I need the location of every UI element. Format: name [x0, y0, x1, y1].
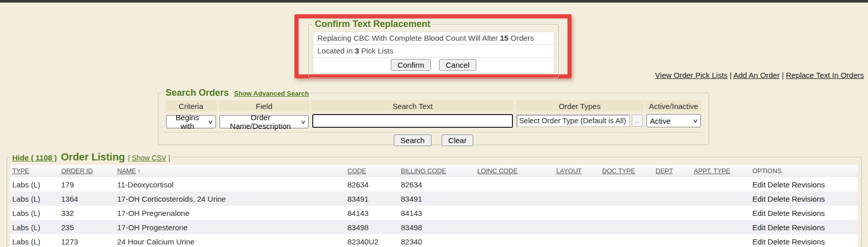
order-listing-table: TYPEORDER IDNAME↑CODEBILLING CODELOINC C… — [10, 165, 858, 247]
cell-options: EditDeleteRevisions — [750, 177, 858, 191]
cell-billing-code: 83491 — [399, 191, 475, 206]
cell-layout — [554, 177, 600, 191]
search-text-cell — [311, 113, 514, 129]
column-header-dept[interactable]: DEPT — [654, 165, 692, 177]
nav-separator: | — [727, 71, 733, 79]
cell-dept — [654, 191, 692, 206]
column-header-type[interactable]: TYPE — [10, 165, 59, 177]
cell-billing-code: 82634 — [399, 177, 475, 191]
active-inactive-select[interactable]: Active∨ — [646, 114, 701, 127]
chevron-down-icon: ∨ — [300, 119, 306, 125]
column-header-doc-type[interactable]: DOC TYPE — [600, 165, 654, 177]
cell-order-id: 1364 — [59, 191, 115, 206]
order-type-input[interactable]: Select Order Type (Default is All) — [517, 115, 630, 127]
cell-code: 83491 — [345, 191, 399, 206]
active-inactive-cell: Active∨ — [645, 113, 702, 129]
order-types-cell: Select Order Type (Default is All) ... — [516, 113, 644, 129]
edit-link[interactable]: Edit — [752, 195, 766, 203]
cell-type: Labs (L) — [10, 191, 59, 206]
revisions-link[interactable]: Revisions — [792, 180, 825, 189]
column-header-options: OPTIONS — [750, 165, 858, 177]
column-header-loinc-code[interactable]: LOINC CODE — [475, 165, 554, 177]
cell-name: 17-OH Pregnenalone — [115, 206, 345, 220]
edit-link[interactable]: Edit — [752, 237, 766, 246]
field-column-header: Field — [219, 100, 310, 112]
delete-link[interactable]: Delete — [768, 180, 790, 189]
listing-header-row: TYPEORDER IDNAME↑CODEBILLING CODELOINC C… — [10, 165, 858, 177]
search-orders-title: Search Orders — [166, 88, 229, 98]
cell-appt-type — [692, 220, 750, 234]
legend-separator: | — [128, 154, 130, 162]
revisions-link[interactable]: Revisions — [792, 223, 825, 232]
table-row: Labs (L)17911-Deoxycortisol8263482634Edi… — [10, 177, 858, 191]
top-border-bar — [0, 0, 868, 3]
confirm-dialog: Confirm Text Replacement Replacing CBC W… — [308, 19, 559, 78]
cell-doc-type — [600, 206, 654, 220]
order-type-browse-button[interactable]: ... — [632, 115, 643, 127]
hide-listing-link[interactable]: Hide ( 1108 ) — [12, 153, 57, 162]
column-header-layout[interactable]: LAYOUT — [554, 165, 600, 177]
column-header-order-id[interactable]: ORDER ID — [59, 165, 115, 177]
cell-dept — [654, 206, 692, 220]
revisions-link[interactable]: Revisions — [792, 209, 825, 217]
chevron-down-icon: ∨ — [692, 118, 698, 124]
nav-link-add-an-order[interactable]: Add An Order — [734, 71, 780, 79]
cell-appt-type — [692, 234, 750, 247]
column-header-billing-code[interactable]: BILLING CODE — [399, 165, 475, 177]
cell-appt-type — [692, 177, 750, 191]
search-divider — [164, 132, 703, 132]
delete-link[interactable]: Delete — [768, 237, 790, 246]
cell-layout — [554, 206, 600, 220]
search-orders-legend: Search Orders Show Advanced Search — [164, 88, 311, 98]
criteria-cell: Begins with∨ — [165, 113, 217, 129]
edit-link[interactable]: Edit — [752, 209, 766, 217]
show-csv-link[interactable]: Show CSV — [132, 154, 167, 162]
cell-name: 11-Deoxycortisol — [115, 177, 345, 191]
annotation-highlight-box: Confirm Text Replacement Replacing CBC W… — [294, 14, 572, 78]
column-header-code[interactable]: CODE — [345, 165, 399, 177]
active-inactive-column-header: Active/Inactive — [645, 100, 702, 112]
cell-order-id: 235 — [59, 220, 115, 234]
search-text-column-header: Search Text — [311, 100, 514, 112]
criteria-column-header: Criteria — [165, 100, 217, 112]
cell-doc-type — [600, 191, 654, 206]
orders-count: 15 — [500, 34, 508, 42]
search-form-table: Criteria Field Search Text Order Types A… — [164, 99, 703, 130]
cell-loinc-code — [475, 234, 554, 247]
message-text: Pick Lists — [359, 46, 394, 55]
column-header-appt-type[interactable]: APPT. TYPE — [692, 165, 750, 177]
cell-layout — [554, 191, 600, 206]
cell-options: EditDeleteRevisions — [750, 234, 858, 247]
search-orders-panel: Search Orders Show Advanced Search Crite… — [158, 88, 709, 145]
delete-link[interactable]: Delete — [768, 209, 790, 217]
table-row: Labs (L)136417-OH Corticosteroids, 24 Ur… — [10, 191, 858, 206]
cancel-button[interactable]: Cancel — [439, 59, 476, 71]
cell-appt-type — [692, 191, 750, 206]
field-select[interactable]: Order Name/Description∨ — [220, 115, 309, 128]
search-text-input[interactable] — [312, 114, 513, 128]
delete-link[interactable]: Delete — [768, 195, 790, 203]
active-selected-value: Active — [650, 117, 671, 125]
cell-type: Labs (L) — [10, 206, 59, 220]
edit-link[interactable]: Edit — [752, 180, 766, 189]
cell-options: EditDeleteRevisions — [750, 206, 858, 220]
cell-appt-type — [692, 206, 750, 220]
nav-link-replace-text-in-orders[interactable]: Replace Text In Orders — [786, 71, 864, 79]
criteria-select[interactable]: Begins with∨ — [166, 115, 216, 128]
revisions-link[interactable]: Revisions — [792, 237, 825, 246]
revisions-link[interactable]: Revisions — [792, 195, 825, 203]
dialog-body: Replacing CBC With Complete Blood Count … — [313, 32, 554, 73]
search-button[interactable]: Search — [394, 134, 431, 146]
order-listing-legend: Hide ( 1108 )Order Listing|Show CSV| — [10, 151, 172, 163]
delete-link[interactable]: Delete — [768, 223, 790, 232]
cell-code: 84143 — [345, 206, 399, 220]
sort-asc-icon: ↑ — [138, 167, 141, 175]
show-advanced-search-link[interactable]: Show Advanced Search — [234, 90, 309, 97]
edit-link[interactable]: Edit — [752, 223, 766, 232]
confirm-button[interactable]: Confirm — [391, 59, 431, 71]
column-header-name[interactable]: NAME↑ — [115, 165, 345, 177]
top-nav-links: View Order Pick Lists | Add An Order | R… — [655, 71, 864, 79]
clear-button[interactable]: Clear — [442, 134, 473, 146]
cell-options: EditDeleteRevisions — [750, 191, 858, 206]
nav-link-view-order-pick-lists[interactable]: View Order Pick Lists — [655, 71, 727, 79]
